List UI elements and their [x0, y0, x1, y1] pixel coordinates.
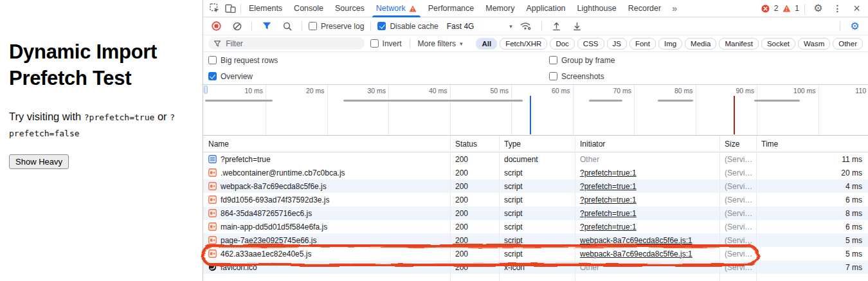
tab-memory[interactable]: Memory [480, 0, 520, 17]
chip-doc[interactable]: Doc [550, 38, 574, 50]
tab-application[interactable]: Application [520, 0, 571, 17]
chip-socket[interactable]: Socket [761, 38, 795, 50]
request-initiator[interactable]: webpack-8a7c69ecda8c5f6e.js:1 [580, 249, 692, 258]
column-separator[interactable] [499, 136, 500, 281]
request-status: 200 [450, 182, 499, 191]
table-row-864-35da487265716ec6-js[interactable]: 864-35da487265716ec6.js 200 script ?pref… [203, 206, 868, 220]
request-initiator[interactable]: ?prefetch=true:1 [580, 168, 637, 177]
tab-network[interactable]: Network [370, 0, 422, 17]
column-header-size[interactable]: Size [719, 140, 756, 149]
network-settings-gear-icon[interactable]: ⚙ [847, 19, 863, 34]
more-filters-button[interactable]: More filters ▾ [418, 39, 463, 48]
more-tabs-chevron[interactable]: » [667, 3, 682, 14]
chip-manifest[interactable]: Manifest [719, 38, 758, 50]
warning-count-icon[interactable] [781, 1, 791, 16]
filter-input[interactable] [224, 39, 358, 49]
close-devtools-icon[interactable]: × [849, 1, 865, 16]
network-conditions-icon[interactable] [517, 19, 535, 34]
kebab-menu-icon[interactable]: ⋮ [829, 1, 845, 16]
request-initiator[interactable]: webpack-8a7c69ecda8c5f6e.js:1 [580, 236, 692, 245]
record-network-log-icon[interactable] [208, 19, 224, 34]
column-separator[interactable] [719, 136, 720, 281]
tab-sources[interactable]: Sources [329, 0, 370, 17]
chip-other[interactable]: Other [833, 38, 863, 50]
divider [804, 4, 805, 14]
more-filters-label: More filters [418, 39, 456, 48]
overview-checkbox[interactable] [208, 72, 217, 80]
show-heavy-button[interactable]: Show Heavy [9, 154, 69, 169]
devtools-tabbar: Elements Console Sources Network Perform… [203, 0, 868, 17]
script-icon [208, 195, 217, 204]
column-header-type[interactable]: Type [499, 140, 575, 149]
chevron-down-icon: ▾ [509, 23, 512, 30]
filter-toggle-icon[interactable] [258, 19, 275, 34]
table-row-webpack-8a7c69ecda8c5f6e-js[interactable]: webpack-8a7c69ecda8c5f6e.js 200 script ?… [203, 179, 868, 193]
table-row-main-app-dd5d01d5f584e6fa-js[interactable]: main-app-dd5d01d5f584e6fa.js 200 script … [203, 220, 868, 233]
import-har-icon[interactable] [548, 19, 565, 34]
chip-fetch-xhr[interactable]: Fetch/XHR [500, 38, 547, 50]
overview-label: Overview [221, 72, 253, 81]
screenshots-checkbox[interactable] [549, 72, 557, 80]
request-initiator[interactable]: ?prefetch=true:1 [580, 209, 637, 218]
search-icon[interactable] [279, 19, 295, 34]
preserve-log-checkbox[interactable] [309, 22, 317, 30]
request-size: (Servi… [719, 155, 756, 164]
script-icon [208, 249, 217, 258]
request-name: webpack-8a7c69ecda8c5f6e.js [221, 182, 327, 191]
tab-performance[interactable]: Performance [422, 0, 480, 17]
request-time: 5 ms [756, 236, 868, 245]
table-row-page-7ae23e0925745e66-js[interactable]: page-7ae23e0925745e66.js 200 script webp… [203, 233, 868, 247]
column-header-name[interactable]: Name [203, 140, 450, 149]
column-separator[interactable] [450, 136, 451, 281]
tab-console[interactable]: Console [288, 0, 329, 17]
table-row-favicon-ico[interactable]: favicon.ico 200 x-icon Other (Servi… 7 m… [203, 260, 868, 274]
big-request-rows-checkbox[interactable] [208, 56, 217, 64]
request-time: 20 ms [756, 168, 868, 177]
settings-gear-icon[interactable]: ⚙ [810, 1, 826, 16]
invert-checkbox[interactable] [370, 39, 379, 48]
table-row--prefetch-true[interactable]: ?prefetch=true 200 document Other (Servi… [203, 152, 868, 166]
network-overview-timeline[interactable]: 10 ms20 ms30 ms40 ms50 ms60 ms70 ms80 ms… [203, 84, 868, 136]
chip-media[interactable]: Media [685, 38, 716, 50]
overview-left-grip[interactable] [204, 86, 208, 94]
chip-js[interactable]: JS [607, 38, 627, 50]
error-count-icon[interactable] [761, 1, 771, 16]
timeline-tick-label: 90 ms [714, 87, 754, 95]
timeline-gridline [266, 85, 266, 135]
column-header-time[interactable]: Time [756, 140, 868, 149]
device-toolbar-icon[interactable] [222, 1, 239, 16]
group-by-frame-option: Group by frame [549, 56, 868, 65]
column-separator[interactable] [575, 136, 575, 281]
request-initiator[interactable]: ?prefetch=true:1 [580, 182, 637, 191]
request-size: (Servi… [719, 263, 756, 272]
group-by-frame-label: Group by frame [561, 56, 615, 65]
request-initiator[interactable]: ?prefetch=true:1 [580, 195, 637, 204]
script-icon [208, 236, 217, 244]
chip-img[interactable]: Img [658, 38, 682, 50]
clear-network-log-icon[interactable] [229, 19, 245, 34]
column-header-initiator[interactable]: Initiator [575, 140, 719, 149]
load-event-line [734, 96, 735, 134]
export-har-icon[interactable] [569, 19, 585, 34]
inspect-element-icon[interactable] [206, 1, 222, 16]
tab-recorder[interactable]: Recorder [622, 0, 667, 17]
chip-font[interactable]: Font [629, 38, 656, 50]
request-initiator: Other [580, 263, 599, 272]
request-initiator[interactable]: ?prefetch=true:1 [580, 222, 637, 231]
timeline-tick-label: 110 ms [837, 87, 868, 95]
tab-lighthouse[interactable]: Lighthouse [572, 0, 622, 17]
tab-elements[interactable]: Elements [243, 0, 288, 17]
table-row--webcontainer-runtime-cb7c0bca-js[interactable]: .webcontainer@runtime.cb7c0bca.js 200 sc… [203, 166, 868, 179]
disable-cache-checkbox[interactable] [377, 22, 386, 30]
column-separator[interactable] [756, 136, 757, 281]
table-row-fd9d1056-693ad74f37592d3e-js[interactable]: fd9d1056-693ad74f37592d3e.js 200 script … [203, 193, 868, 206]
error-count: 2 [774, 4, 779, 13]
table-row-462-a33aae1ec82e40e5-js[interactable]: 462.a33aae1ec82e40e5.js 200 script webpa… [203, 247, 868, 260]
group-by-frame-checkbox[interactable] [549, 56, 557, 64]
chip-wasm[interactable]: Wasm [798, 38, 830, 50]
column-header-status[interactable]: Status [450, 140, 499, 149]
throttling-select[interactable]: Fast 4G ▾ [443, 22, 512, 31]
chip-css[interactable]: CSS [577, 38, 604, 50]
console-badges: 2 1 ⚙ ⋮ × [761, 1, 868, 16]
chip-all[interactable]: All [476, 38, 497, 50]
